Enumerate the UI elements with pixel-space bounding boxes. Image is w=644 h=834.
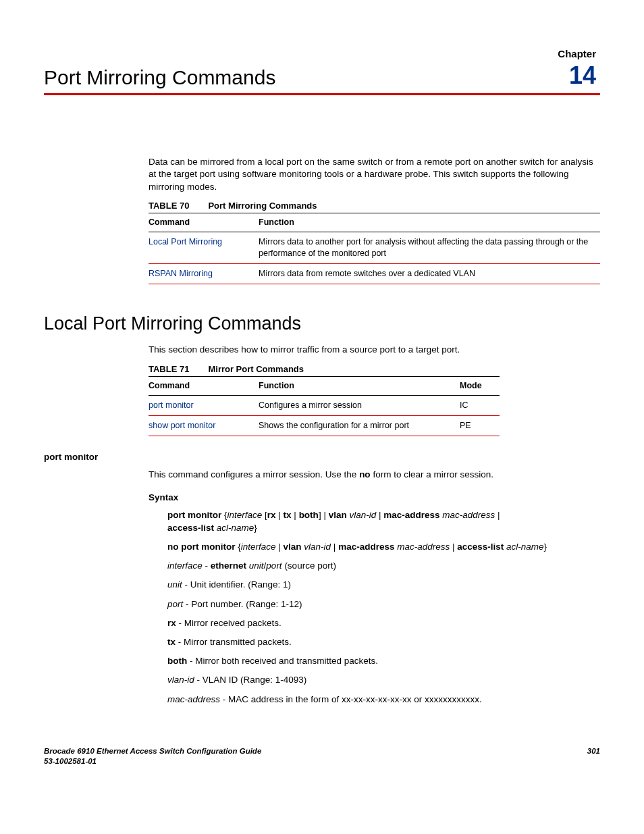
t: (source port) [282, 561, 336, 571]
page-footer: Brocade 6910 Ethernet Access Switch Conf… [44, 746, 600, 767]
def-both: both - Mirror both received and transmit… [167, 655, 600, 667]
def-port: port - Port number. (Range: 1-12) [167, 598, 600, 610]
table71-label: TABLE 71 [149, 364, 189, 374]
t: { [235, 542, 240, 552]
t: | [276, 542, 284, 552]
t: | [450, 542, 457, 552]
t: interface [241, 542, 276, 552]
t: tx [167, 637, 176, 647]
table71-h1: Command [149, 377, 259, 396]
t: vlan [284, 542, 302, 552]
def-mac: mac-address - MAC address in the form of… [167, 694, 600, 706]
table-row: RSPAN Mirroring Mirrors data from remote… [149, 264, 600, 284]
table71-r1-mode: PE [460, 415, 500, 436]
t: vlan-id [304, 542, 331, 552]
t: | [331, 542, 338, 552]
t: vlan [329, 510, 347, 520]
link-rspan-mirroring[interactable]: RSPAN Mirroring [149, 264, 259, 284]
desc-bold: no [359, 469, 371, 479]
page-number: 301 [587, 746, 600, 767]
link-local-port-mirroring[interactable]: Local Port Mirroring [149, 232, 259, 264]
t: tx [284, 510, 292, 520]
command-name: port monitor [44, 451, 600, 463]
desc-pre: This command configures a mirror session… [149, 469, 359, 479]
link-show-port-monitor[interactable]: show port monitor [149, 415, 259, 436]
t: port monitor [167, 510, 221, 520]
table70-r0-func: Mirrors data to another port for analysi… [259, 232, 600, 264]
t: - Port number. (Range: 1-12) [183, 599, 302, 609]
t: - MAC address in the form of xx-xx-xx-xx… [220, 694, 482, 704]
t: { [221, 510, 227, 520]
t: interface [227, 510, 263, 520]
t: rx [267, 510, 276, 520]
table71-caption: Mirror Port Commands [208, 364, 304, 374]
table71-r0-func: Configures a mirror session [259, 396, 460, 416]
table-row: Local Port Mirroring Mirrors data to ano… [149, 232, 600, 264]
table70-r1-func: Mirrors data from remote switches over a… [259, 264, 600, 284]
t: port [266, 561, 281, 571]
chapter-title: Port Mirroring Commands [44, 68, 275, 88]
t: } [254, 523, 257, 533]
t: vlan-id [167, 675, 194, 685]
table70-h1: Command [149, 213, 259, 232]
t: mac-address [397, 542, 450, 552]
def-vlan: vlan-id - VLAN ID (Range: 1-4093) [167, 674, 600, 686]
def-rx: rx - Mirror received packets. [167, 617, 600, 629]
def-interface: interface - ethernet unit/port (source p… [167, 560, 600, 572]
t: access-list [167, 523, 214, 533]
table70-caption: Port Mirroring Commands [208, 201, 317, 211]
syntax-line-1: port monitor {interface [rx | tx | both]… [167, 509, 600, 533]
t: unit [167, 579, 182, 590]
table70-title: TABLE 70Port Mirroring Commands [149, 200, 600, 212]
table-row: port monitor Configures a mirror session… [149, 396, 500, 416]
t: both [299, 510, 319, 520]
t: interface [167, 561, 203, 571]
t: access-list [457, 542, 504, 552]
t: } [544, 542, 547, 552]
t: acl-name [217, 523, 254, 533]
t: no port monitor [167, 542, 235, 552]
t: mac-address [442, 510, 495, 520]
syntax-heading: Syntax [149, 492, 600, 504]
t: - Mirror transmitted packets. [176, 637, 292, 647]
t: - Unit identifier. (Range: 1) [182, 579, 291, 590]
t: - Mirror both received and transmitted p… [187, 656, 378, 666]
def-unit: unit - Unit identifier. (Range: 1) [167, 579, 600, 591]
section-intro: This section describes how to mirror tra… [149, 344, 600, 356]
def-tx: tx - Mirror transmitted packets. [167, 636, 600, 648]
t: | [495, 510, 500, 520]
t: - VLAN ID (Range: 1-4093) [194, 675, 307, 685]
table71-title: TABLE 71Mirror Port Commands [149, 363, 600, 375]
t: rx [167, 618, 176, 628]
table71-r0-mode: IC [460, 396, 500, 416]
intro-paragraph: Data can be mirrored from a local port o… [149, 156, 600, 193]
footer-docnum: 53-1002581-01 [44, 756, 261, 767]
divider [44, 93, 600, 95]
t: ethernet [211, 561, 246, 571]
t: vlan-id [349, 510, 376, 520]
table70: Command Function Local Port Mirroring Mi… [149, 213, 600, 284]
t: acl-name [506, 542, 544, 552]
table71-h3: Mode [460, 377, 500, 396]
t: mac-address [383, 510, 439, 520]
t: ] | [319, 510, 329, 520]
t: - [203, 561, 211, 571]
t: port [167, 599, 183, 609]
footer-title: Brocade 6910 Ethernet Access Switch Conf… [44, 746, 261, 757]
chapter-label: Chapter [558, 47, 600, 61]
syntax-line-2: no port monitor {interface | vlan vlan-i… [167, 541, 600, 553]
t: - Mirror received packets. [176, 618, 281, 628]
t: [ [262, 510, 267, 520]
table71-r1-func: Shows the configuration for a mirror por… [259, 415, 460, 436]
link-port-monitor[interactable]: port monitor [149, 396, 259, 416]
t: mac-address [167, 694, 220, 704]
table71: Command Function Mode port monitor Confi… [149, 376, 500, 436]
command-description: This command configures a mirror session… [149, 469, 600, 481]
t: | [376, 510, 383, 520]
table-row: show port monitor Shows the configuratio… [149, 415, 500, 436]
t: both [167, 656, 187, 666]
section-title: Local Port Mirroring Commands [44, 311, 600, 336]
t: | [292, 510, 299, 520]
table70-label: TABLE 70 [149, 201, 189, 211]
t: unit [249, 561, 264, 571]
